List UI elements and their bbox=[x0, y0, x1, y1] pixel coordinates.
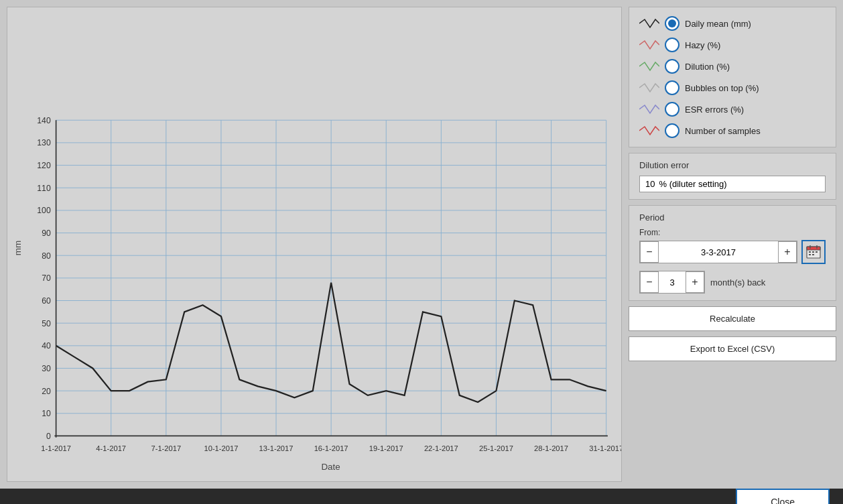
legend-label-daily-mean: Daily mean (mm) bbox=[685, 19, 751, 29]
legend-item-daily-mean[interactable]: Daily mean (mm) bbox=[639, 14, 826, 33]
legend-label-bubbles: Bubbles on top (%) bbox=[685, 83, 759, 93]
svg-text:100: 100 bbox=[37, 206, 51, 215]
y-axis-label: mm bbox=[13, 241, 23, 255]
close-button[interactable]: Close bbox=[736, 489, 830, 504]
svg-rect-60 bbox=[809, 251, 811, 253]
svg-text:19-1-2017: 19-1-2017 bbox=[369, 444, 403, 452]
date-input-wrapper: − + bbox=[639, 241, 797, 263]
from-label: From: bbox=[639, 228, 826, 237]
svg-text:16-1-2017: 16-1-2017 bbox=[314, 444, 348, 452]
svg-text:22-1-2017: 22-1-2017 bbox=[424, 444, 458, 452]
svg-text:120: 120 bbox=[37, 161, 51, 170]
calendar-icon bbox=[806, 245, 821, 259]
calendar-button[interactable] bbox=[801, 240, 826, 264]
svg-text:10: 10 bbox=[42, 409, 51, 418]
legend-area: Daily mean (mm) Hazy (%) bbox=[629, 7, 836, 147]
svg-text:140: 140 bbox=[37, 116, 51, 125]
svg-text:40: 40 bbox=[42, 341, 51, 351]
svg-text:30: 30 bbox=[42, 364, 51, 373]
legend-item-hazy[interactable]: Hazy (%) bbox=[639, 36, 826, 54]
date-increment-button[interactable]: + bbox=[778, 241, 797, 263]
dilution-radio[interactable] bbox=[665, 59, 679, 74]
esr-radio[interactable] bbox=[665, 102, 679, 117]
legend-item-samples[interactable]: Number of samples bbox=[639, 121, 826, 140]
legend-item-bubbles[interactable]: Bubbles on top (%) bbox=[639, 78, 826, 97]
svg-text:Date: Date bbox=[321, 462, 340, 472]
months-increment-button[interactable]: + bbox=[686, 271, 704, 293]
svg-text:0: 0 bbox=[46, 432, 51, 441]
svg-text:80: 80 bbox=[42, 251, 51, 261]
svg-text:7-1-2017: 7-1-2017 bbox=[151, 444, 181, 452]
bubbles-icon bbox=[639, 82, 659, 93]
legend-label-dilution: Dilution (%) bbox=[685, 62, 730, 72]
svg-text:10-1-2017: 10-1-2017 bbox=[204, 444, 238, 452]
chart-container: mm bbox=[7, 7, 622, 482]
months-decrement-button[interactable]: − bbox=[640, 271, 659, 293]
daily-mean-radio[interactable] bbox=[665, 16, 679, 31]
svg-text:60: 60 bbox=[42, 296, 51, 306]
dilution-unit: % (diluter setting) bbox=[659, 179, 726, 189]
svg-text:4-1-2017: 4-1-2017 bbox=[96, 444, 126, 452]
months-back-label: month(s) back bbox=[710, 277, 765, 288]
hazy-icon bbox=[639, 40, 659, 50]
legend-item-dilution[interactable]: Dilution (%) bbox=[639, 57, 826, 76]
date-row: − + bbox=[639, 240, 826, 264]
svg-rect-57 bbox=[807, 247, 820, 250]
svg-text:31-1-2017: 31-1-2017 bbox=[589, 444, 621, 452]
period-title: Period bbox=[639, 212, 826, 223]
svg-text:13-1-2017: 13-1-2017 bbox=[259, 444, 294, 452]
recalculate-button[interactable]: Recalculate bbox=[629, 306, 836, 331]
period-box: Period From: − + bbox=[629, 205, 836, 301]
dilution-error-title: Dilution error bbox=[639, 160, 826, 170]
dilution-value-row: 10 % (diluter setting) bbox=[639, 176, 826, 192]
svg-rect-63 bbox=[809, 254, 811, 255]
daily-mean-icon bbox=[639, 18, 659, 29]
samples-icon bbox=[639, 125, 659, 136]
esr-icon bbox=[639, 104, 659, 115]
svg-rect-64 bbox=[812, 254, 814, 255]
svg-text:20: 20 bbox=[42, 387, 51, 396]
samples-radio[interactable] bbox=[665, 123, 679, 138]
svg-text:130: 130 bbox=[37, 138, 51, 147]
months-input-wrapper: − + bbox=[639, 271, 705, 294]
svg-text:1-1-2017: 1-1-2017 bbox=[41, 444, 71, 452]
svg-text:28-1-2017: 28-1-2017 bbox=[534, 444, 568, 452]
hazy-radio[interactable] bbox=[665, 38, 679, 52]
bottom-bar: Close bbox=[0, 489, 843, 504]
legend-label-hazy: Hazy (%) bbox=[685, 40, 720, 50]
legend-label-esr: ESR errors (%) bbox=[685, 105, 744, 115]
svg-rect-0 bbox=[7, 7, 621, 481]
dilution-icon bbox=[639, 61, 659, 72]
svg-text:25-1-2017: 25-1-2017 bbox=[479, 444, 513, 452]
svg-rect-62 bbox=[816, 251, 818, 253]
action-buttons: Recalculate Export to Excel (CSV) bbox=[629, 306, 836, 361]
date-input[interactable] bbox=[659, 245, 778, 260]
svg-text:90: 90 bbox=[42, 229, 51, 238]
legend-item-esr[interactable]: ESR errors (%) bbox=[639, 100, 826, 119]
legend-label-samples: Number of samples bbox=[685, 126, 761, 136]
svg-text:110: 110 bbox=[37, 184, 51, 193]
dilution-error-box: Dilution error 10 % (diluter setting) bbox=[629, 153, 836, 200]
months-row: − + month(s) back bbox=[639, 271, 826, 294]
chart-svg: mm bbox=[7, 7, 621, 481]
date-decrement-button[interactable]: − bbox=[640, 241, 659, 263]
bubbles-radio[interactable] bbox=[665, 80, 679, 95]
svg-rect-61 bbox=[812, 251, 814, 253]
right-panel: Daily mean (mm) Hazy (%) bbox=[629, 7, 836, 482]
dilution-value: 10 bbox=[645, 179, 655, 189]
svg-text:50: 50 bbox=[42, 319, 51, 328]
svg-text:70: 70 bbox=[42, 273, 51, 283]
export-button[interactable]: Export to Excel (CSV) bbox=[629, 336, 836, 361]
months-input[interactable] bbox=[659, 275, 686, 290]
